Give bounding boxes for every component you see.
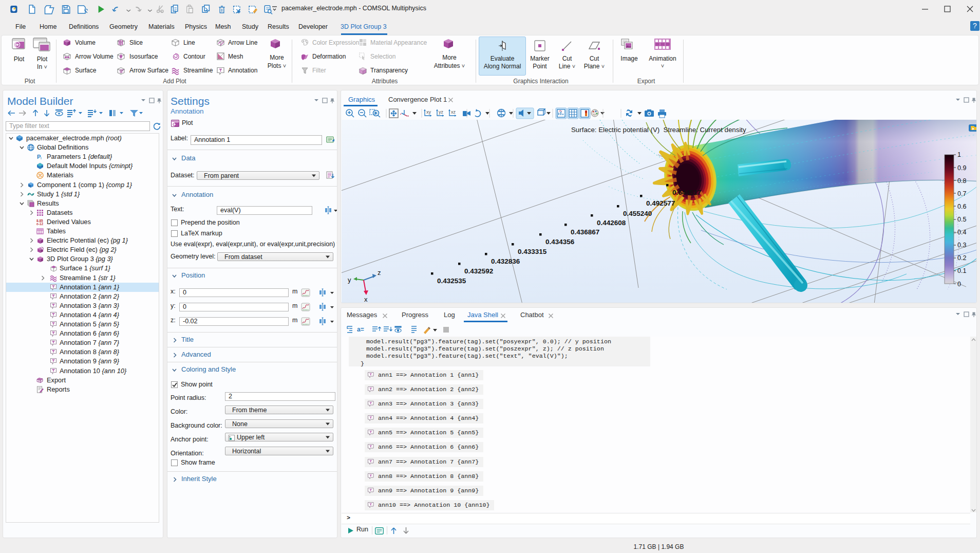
svg-text:e-12: e-12 <box>36 222 43 226</box>
svg-text:0.5: 0.5 <box>957 216 966 223</box>
svg-text:0.433315: 0.433315 <box>518 248 547 255</box>
svg-text:yz: yz <box>439 109 444 115</box>
svg-text:0: 0 <box>957 281 961 288</box>
svg-text:0.442608: 0.442608 <box>597 219 626 227</box>
svg-text:0.9: 0.9 <box>957 164 966 172</box>
svg-text:0.432836: 0.432836 <box>491 257 520 265</box>
svg-text:0.7: 0.7 <box>957 190 966 197</box>
svg-text:0.3: 0.3 <box>957 242 966 249</box>
svg-text:1: 1 <box>957 151 961 158</box>
svg-text:xy: xy <box>426 109 431 115</box>
svg-text:0.436867: 0.436867 <box>571 228 599 236</box>
svg-text:0.8: 0.8 <box>957 177 966 185</box>
svg-text:x: x <box>364 296 368 303</box>
svg-text:y: y <box>348 276 351 284</box>
svg-text:i: i <box>41 156 42 160</box>
svg-text:xz: xz <box>451 109 456 115</box>
svg-text:0.432535: 0.432535 <box>437 277 466 285</box>
svg-text:z: z <box>378 269 381 276</box>
svg-text:0.432592: 0.432592 <box>464 267 493 275</box>
svg-text:0.1: 0.1 <box>957 267 966 274</box>
svg-text:0.4: 0.4 <box>957 229 966 236</box>
svg-text:a=: a= <box>357 326 364 333</box>
svg-text:0.644517: 0.644517 <box>672 189 701 196</box>
svg-text:0.6: 0.6 <box>957 203 966 210</box>
svg-text:0.434356: 0.434356 <box>545 238 575 246</box>
svg-text:Surface: Electric potential (V: Surface: Electric potential (V) Streamli… <box>571 126 746 134</box>
svg-text:0.492577: 0.492577 <box>646 199 675 207</box>
svg-text:0.2: 0.2 <box>957 254 966 262</box>
svg-text:0.455240: 0.455240 <box>623 210 652 217</box>
